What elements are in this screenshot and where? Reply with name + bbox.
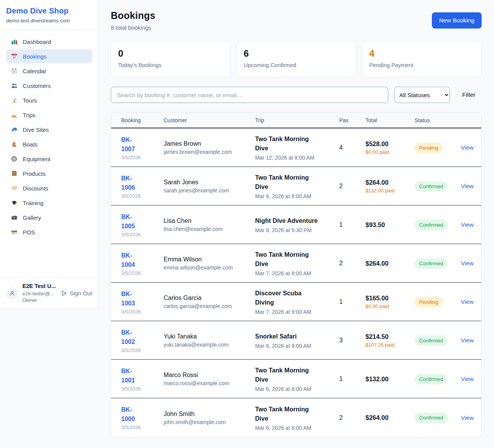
- view-link[interactable]: View: [461, 376, 474, 382]
- pax-count: 2: [339, 414, 365, 421]
- trip-name: Two Tank Morning Dive: [255, 250, 321, 269]
- total-cell: $165.00 $0.00 paid: [365, 295, 414, 309]
- tag-icon: [11, 185, 18, 192]
- sidebar-item-boats[interactable]: Boats: [6, 137, 92, 151]
- customer-email: marco.rossi@example.com: [164, 380, 255, 386]
- view-link[interactable]: View: [461, 414, 474, 421]
- bookings-table: Booking Customer Trip Pax Total Status B…: [111, 112, 482, 437]
- sidebar-item-label: Products: [23, 170, 46, 177]
- search-input[interactable]: [111, 87, 388, 103]
- status-filter-select[interactable]: All Statuses: [394, 87, 450, 103]
- booking-id-link[interactable]: BK-1003: [121, 290, 143, 308]
- pax-count: 2: [339, 260, 365, 267]
- sidebar-item-dashboard[interactable]: Dashboard: [6, 35, 92, 49]
- booking-id-link[interactable]: BK-1006: [121, 174, 143, 192]
- customer-name: James Brown: [164, 140, 255, 147]
- trip-cell: Two Tank Morning Dive Mar 6, 2026 at 8:0…: [255, 405, 339, 431]
- sidebar-item-bookings[interactable]: 17 Bookings: [6, 49, 92, 63]
- paid-amount: $0.00 paid: [365, 149, 414, 155]
- view-link[interactable]: View: [461, 144, 474, 151]
- table-row: BK-1006 3/5/2026 Sarah Jones sarah.jones…: [111, 167, 481, 205]
- total-cell: $264.00: [365, 414, 414, 421]
- filter-button[interactable]: Filter: [456, 91, 482, 98]
- total-amount: $214.50: [365, 333, 414, 340]
- paid-amount: $132.00 paid: [365, 188, 414, 194]
- sidebar-item-dive-sites[interactable]: Dive Sites: [6, 123, 92, 136]
- trip-name: Two Tank Morning Dive: [255, 405, 321, 423]
- view-link[interactable]: View: [461, 183, 474, 189]
- table-body: BK-1007 3/5/2026 James Brown james.brown…: [111, 128, 481, 437]
- view-link[interactable]: View: [461, 221, 474, 228]
- booking-id-link[interactable]: BK-1002: [121, 328, 143, 347]
- view-link[interactable]: View: [461, 298, 474, 305]
- total-cell: $528.00 $0.00 paid: [365, 140, 414, 155]
- status-badge: Confirmed: [414, 374, 448, 384]
- stat-label: Upcoming Confirmed: [244, 62, 348, 68]
- trip-datetime: Mar 6, 2026 at 8:00 AM: [255, 425, 339, 431]
- bookings-calendar-icon: 17: [11, 53, 18, 60]
- avatar: [6, 287, 19, 300]
- trip-datetime: Mar 7, 2026 at 8:00 AM: [255, 270, 339, 276]
- sidebar-item-tours[interactable]: Tours: [6, 93, 92, 107]
- table-row: BK-1007 3/5/2026 James Brown james.brown…: [111, 128, 481, 167]
- new-booking-button[interactable]: New Booking: [432, 12, 482, 29]
- user-info: E2E Test U... e2e-tester@... Owner: [22, 283, 56, 304]
- sidebar-item-trips[interactable]: Trips: [6, 108, 92, 122]
- main-content: Bookings 8 total bookings New Booking 0 …: [99, 0, 494, 437]
- status-cell: Confirmed: [414, 181, 461, 192]
- sidebar-nav: Dashboard 17 Bookings Calendar Customers…: [0, 30, 98, 243]
- column-header-status: Status: [414, 117, 461, 123]
- status-cell: Confirmed: [414, 220, 461, 230]
- view-link[interactable]: View: [461, 337, 474, 344]
- sidebar-item-label: Training: [23, 200, 44, 206]
- booking-id-link[interactable]: BK-1005: [121, 212, 143, 231]
- sidebar-item-equipment[interactable]: Equipment: [6, 152, 92, 166]
- booking-cell: BK-1002 3/5/2026: [121, 328, 164, 353]
- sign-out-label: Sign Out: [70, 290, 92, 296]
- sidebar-item-pos[interactable]: POS: [6, 225, 92, 239]
- booking-date: 3/5/2026: [121, 309, 164, 315]
- sidebar-item-calendar[interactable]: Calendar: [6, 64, 92, 78]
- table-row: BK-1002 3/5/2026 Yuki Tanaka yuki.tanaka…: [111, 321, 481, 360]
- trip-datetime: Mar 6, 2026 at 9:00 AM: [255, 343, 339, 349]
- booking-date: 3/5/2026: [121, 270, 164, 276]
- customer-email: emma.wilson@example.com: [164, 264, 255, 271]
- column-header-trip: Trip: [255, 117, 339, 123]
- stat-card-todays-bookings: 0 Today's Bookings: [111, 41, 230, 77]
- trips-boat-icon: [11, 111, 18, 118]
- filter-row: All Statuses Filter: [111, 87, 482, 103]
- booking-id-link[interactable]: BK-1004: [121, 251, 143, 269]
- booking-date: 3/5/2026: [121, 193, 164, 199]
- sidebar-item-discounts[interactable]: Discounts: [6, 181, 92, 195]
- booking-id-link[interactable]: BK-1000: [121, 405, 143, 424]
- status-badge: Confirmed: [414, 335, 448, 346]
- sidebar-item-products[interactable]: Products: [6, 167, 92, 180]
- credit-card-icon: [11, 229, 18, 236]
- status-cell: Pending: [414, 143, 461, 153]
- trip-name: Night Dive Adventure: [255, 216, 321, 226]
- sign-out-button[interactable]: Sign Out: [61, 290, 92, 296]
- customer-name: Emma Wilson: [164, 256, 255, 263]
- customer-name: Carlos Garcia: [164, 295, 255, 301]
- sidebar-item-training[interactable]: Training: [6, 196, 92, 210]
- trip-datetime: Mar 12, 2026 at 8:00 AM: [255, 155, 339, 161]
- booking-date: 3/5/2026: [121, 232, 164, 237]
- booking-cell: BK-1005 3/5/2026: [121, 212, 164, 237]
- customer-email: carlos.garcia@example.com: [164, 303, 255, 309]
- sidebar-item-customers[interactable]: Customers: [6, 79, 92, 93]
- total-amount: $264.00: [365, 414, 414, 421]
- customer-cell: Sarah Jones sarah.jones@example.com: [164, 179, 255, 194]
- actions-cell: View: [461, 221, 474, 228]
- actions-cell: View: [461, 414, 474, 421]
- trip-datetime: Mar 8, 2026 at 8:00 AM: [255, 193, 339, 199]
- view-link[interactable]: View: [461, 260, 474, 266]
- booking-id-link[interactable]: BK-1007: [121, 135, 143, 154]
- status-cell: Confirmed: [414, 413, 461, 423]
- sidebar-item-label: Tours: [23, 97, 37, 104]
- booking-id-link[interactable]: BK-1001: [121, 367, 143, 385]
- logout-icon: [61, 290, 67, 296]
- sidebar-item-gallery[interactable]: Gallery: [6, 211, 92, 224]
- stats-row: 0 Today's Bookings 6 Upcoming Confirmed …: [111, 41, 482, 77]
- sidebar-item-label: Customers: [23, 83, 51, 89]
- actions-cell: View: [461, 337, 474, 344]
